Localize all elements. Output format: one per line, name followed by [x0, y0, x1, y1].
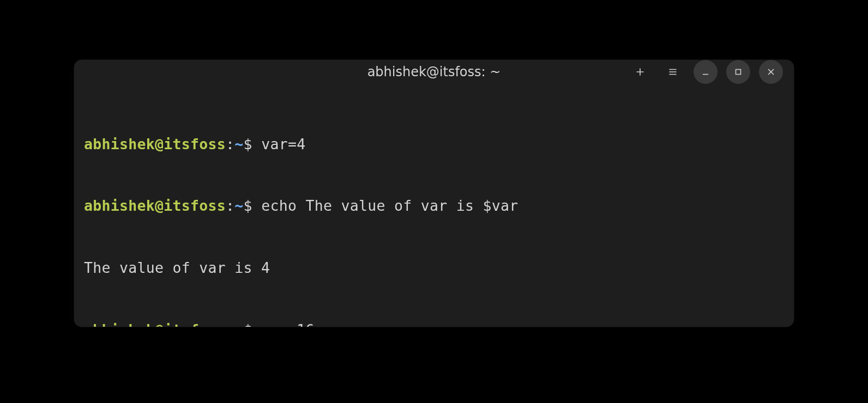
window-titlebar: abhishek@itsfoss: ~: [74, 60, 794, 84]
terminal-output-area[interactable]: abhishek@itsfoss:~$ var=4 abhishek@itsfo…: [74, 84, 794, 327]
prompt-path: ~: [234, 197, 243, 214]
terminal-line: abhishek@itsfoss:~$ var=16: [84, 320, 784, 327]
output-text: The value of var is 4: [84, 259, 270, 276]
terminal-line: abhishek@itsfoss:~$ var=4: [84, 134, 784, 155]
maximize-button[interactable]: [726, 60, 750, 84]
command-text: var=16: [261, 321, 315, 327]
prompt-separator: :: [226, 321, 234, 327]
prompt-path: ~: [234, 136, 243, 152]
hamburger-menu-button[interactable]: [661, 60, 685, 84]
terminal-line: The value of var is 4: [84, 258, 784, 278]
window-title: abhishek@itsfoss: ~: [367, 64, 501, 80]
command-text: var=4: [261, 136, 305, 152]
command-text: [252, 321, 261, 327]
prompt-symbol: $: [244, 197, 252, 214]
prompt-path: ~: [234, 321, 243, 327]
close-button[interactable]: [759, 60, 783, 84]
prompt-separator: :: [226, 136, 234, 152]
titlebar-controls: [628, 60, 783, 84]
command-text: echo The value of var is $var: [261, 197, 518, 214]
command-text: [252, 197, 261, 214]
minimize-button[interactable]: [694, 60, 718, 84]
prompt-symbol: $: [244, 321, 252, 327]
prompt-user-host: abhishek@itsfoss: [84, 321, 226, 327]
prompt-separator: :: [226, 197, 234, 214]
terminal-line: abhishek@itsfoss:~$ echo The value of va…: [84, 196, 784, 216]
command-text: [252, 136, 261, 152]
prompt-user-host: abhishek@itsfoss: [84, 136, 226, 152]
new-tab-button[interactable]: [628, 60, 652, 84]
prompt-user-host: abhishek@itsfoss: [84, 197, 226, 214]
terminal-window: abhishek@itsfoss: ~: [74, 60, 794, 327]
svg-rect-6: [736, 70, 741, 75]
prompt-symbol: $: [244, 136, 252, 152]
